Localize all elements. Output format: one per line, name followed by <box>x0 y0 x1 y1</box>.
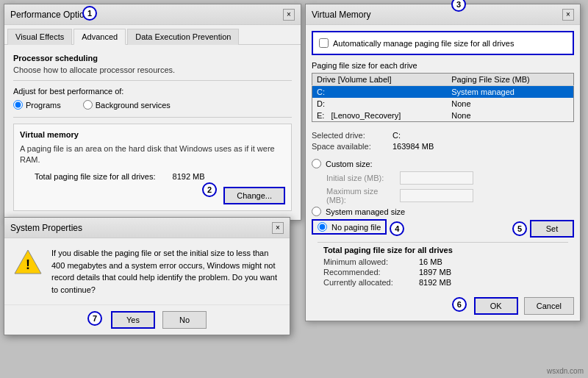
space-available-row: Space available: 163984 MB <box>312 142 574 151</box>
system-properties-window: System Properties × ! If you disable the… <box>4 217 290 335</box>
yes-button[interactable]: Yes <box>111 311 155 329</box>
table-row[interactable]: D: None <box>312 98 574 110</box>
table-row[interactable]: C: System managed <box>312 86 574 99</box>
radio-system-managed[interactable]: System managed size <box>312 207 574 216</box>
ok-cancel-row: 6 OK Cancel <box>306 291 580 321</box>
change-button[interactable]: Change... <box>223 187 285 204</box>
radio-system-managed-label: System managed size <box>326 207 405 216</box>
drive-table-header: Drive [Volume Label] Paging File Size (M… <box>312 74 574 86</box>
radio-custom-size-input[interactable] <box>312 159 321 168</box>
performance-radio-group: Programs Background services <box>13 100 292 110</box>
initial-size-input[interactable] <box>400 171 473 185</box>
watermark: wsxdn.com <box>547 367 584 375</box>
max-size-input[interactable] <box>400 189 473 202</box>
drive-c-size: System managed <box>447 86 573 99</box>
auto-manage-checkbox-row: Automatically manage paging file size fo… <box>312 31 574 55</box>
perf-content: Processor scheduling Choose how to alloc… <box>4 45 301 220</box>
paging-radio-section: Custom size: Initial size (MB): Maximum … <box>306 159 580 238</box>
min-row: Minimum allowed: 16 MB <box>323 257 562 266</box>
rec-row: Recommended: 1897 MB <box>323 268 562 277</box>
vm-desc: A paging file is an area on the hard dis… <box>20 143 285 166</box>
badge-2: 2 <box>202 182 217 197</box>
initial-size-row: Initial size (MB): <box>312 171 574 185</box>
initial-size-label: Initial size (MB): <box>326 174 400 182</box>
radio-system-managed-input[interactable] <box>312 207 321 216</box>
total-section: Total paging file size for all drives Mi… <box>318 242 568 291</box>
drive-table-section: Paging file size for each drive Drive [V… <box>306 61 580 128</box>
tab-advanced[interactable]: Advanced <box>74 29 126 45</box>
col-drive: Drive [Volume Label] <box>312 74 448 86</box>
cancel-button[interactable]: Cancel <box>524 297 574 315</box>
performance-options-window: Performance Options × Visual Effects Adv… <box>4 4 301 221</box>
vm-title-bar: Virtual Memory <box>312 10 370 20</box>
perf-tab-bar: Visual Effects Advanced Data Execution P… <box>4 25 301 45</box>
vm-close-button[interactable]: × <box>562 9 574 21</box>
radio-custom-size-label: Custom size: <box>326 160 373 168</box>
processor-section-title: Processor scheduling <box>13 54 292 63</box>
vm-total-value: 8192 MB <box>173 172 205 181</box>
drive-table: Drive [Volume Label] Paging File Size (M… <box>312 73 574 122</box>
drive-table-desc: Paging file size for each drive <box>312 61 574 70</box>
badge-5: 5 <box>512 221 527 236</box>
svg-text:!: ! <box>26 257 30 272</box>
radio-no-paging[interactable]: No paging file <box>312 219 387 235</box>
sys-prop-titlebar: System Properties × <box>4 218 290 238</box>
current-row: Currently allocated: 8192 MB <box>323 278 562 287</box>
drive-c: C: <box>312 86 448 99</box>
badge-4: 4 <box>390 221 404 236</box>
drive-d-size: None <box>447 98 573 110</box>
rec-value: 1897 MB <box>419 268 451 277</box>
drive-e-size: None <box>447 110 573 122</box>
drive-e: E: [Lenovo_Recovery] <box>312 110 448 122</box>
drive-d: D: <box>312 98 448 110</box>
badge-1: 1 <box>82 6 97 21</box>
warning-icon: ! <box>13 247 43 277</box>
set-button[interactable]: Set <box>530 220 574 238</box>
radio-background-input[interactable] <box>83 100 93 110</box>
vm-total-label: Total paging file size for all drives: <box>35 172 155 181</box>
current-value: 8192 MB <box>419 278 451 287</box>
current-label: Currently allocated: <box>323 278 419 287</box>
auto-manage-checkbox[interactable] <box>319 38 329 48</box>
rec-label: Recommended: <box>323 268 419 277</box>
perf-title: Performance Options <box>10 10 93 20</box>
radio-background[interactable]: Background services <box>83 100 171 110</box>
radio-programs-label: Programs <box>26 101 61 110</box>
min-label: Minimum allowed: <box>323 257 419 266</box>
sys-prop-close-button[interactable]: × <box>272 222 284 234</box>
selected-drive-value: C: <box>392 131 401 140</box>
no-button[interactable]: No <box>162 311 207 329</box>
space-available-label: Space available: <box>312 142 392 151</box>
tab-visual-effects[interactable]: Visual Effects <box>7 29 72 45</box>
radio-background-label: Background services <box>96 101 171 110</box>
adjust-label: Adjust for best performance of: <box>13 87 292 96</box>
vm-section: Virtual memory A paging file is an area … <box>13 124 292 211</box>
table-row[interactable]: E: [Lenovo_Recovery] None <box>312 110 574 122</box>
space-available-value: 163984 MB <box>392 142 434 151</box>
radio-custom-size[interactable]: Custom size: <box>312 159 574 168</box>
warning-text: If you disable the paging file or set th… <box>51 247 281 296</box>
badge-6: 6 <box>452 297 467 312</box>
auto-manage-label: Automatically manage paging file size fo… <box>333 39 514 48</box>
sys-prop-title: System Properties <box>10 223 82 233</box>
ok-button[interactable]: OK <box>474 297 518 315</box>
warning-content: ! If you disable the paging file or set … <box>4 238 290 304</box>
processor-desc: Choose how to allocate processor resourc… <box>13 65 292 74</box>
col-size: Paging File Size (MB) <box>447 74 573 86</box>
tab-data-execution[interactable]: Data Execution Prevention <box>127 29 239 45</box>
radio-programs-input[interactable] <box>13 100 23 110</box>
selected-drive-row: Selected drive: C: <box>312 131 574 140</box>
vm-footer: Change... <box>20 187 285 204</box>
radio-programs[interactable]: Programs <box>13 100 61 110</box>
perf-titlebar: Performance Options × <box>4 4 301 25</box>
drive-info-section: Selected drive: C: Space available: 1639… <box>306 128 580 159</box>
selected-drive-label: Selected drive: <box>312 131 392 140</box>
max-size-label: Maximum size (MB): <box>326 187 400 204</box>
total-title: Total paging file size for all drives <box>323 246 562 254</box>
virtual-memory-window: Virtual Memory × 3 Automatically manage … <box>305 4 581 321</box>
vm-title: Virtual memory <box>20 130 285 139</box>
radio-no-paging-input[interactable] <box>318 222 327 232</box>
dialog-buttons: 7 Yes No <box>4 304 290 335</box>
radio-no-paging-label: No paging file <box>331 223 381 232</box>
perf-close-button[interactable]: × <box>283 9 295 21</box>
